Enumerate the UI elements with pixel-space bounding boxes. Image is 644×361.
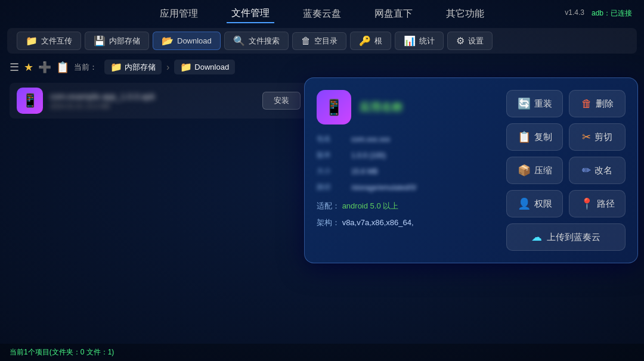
delete-button[interactable]: 🗑 删除	[569, 90, 626, 117]
version-number: v1.4.3	[565, 8, 584, 18]
path-label: 路径	[597, 198, 615, 210]
detail-version-label: 版本	[317, 150, 346, 160]
favorites-icon[interactable]: ★	[24, 61, 33, 74]
action-row-2: 📋 复制 ✂ 剪切	[506, 123, 626, 151]
file-transfer-label: 文件互传	[41, 36, 72, 46]
detail-path-label: 路径	[317, 182, 346, 192]
popup-arch: 架构： v8a,v7a,x86,x86_64,	[317, 217, 497, 228]
perm-icon: 👤	[518, 197, 531, 210]
nav-netdisk[interactable]: 网盘直下	[370, 5, 417, 23]
file-search-label: 文件搜索	[249, 36, 280, 46]
popup-detail-version: 版本 1.0.0 (100)	[317, 150, 497, 160]
trash-icon: 🗑	[301, 36, 311, 46]
popup-app-icon: 📱	[317, 90, 351, 125]
popup-detail-size: 大小 15.6 MB	[317, 166, 497, 176]
cut-label: 剪切	[595, 132, 612, 143]
perm-label: 权限	[534, 198, 552, 210]
compress-button[interactable]: 📦 压缩	[506, 157, 563, 184]
breadcrumb: ☰ ★ ➕ 📋 当前： 📁 内部存储 › 📁 Download	[0, 56, 644, 78]
reinstall-label: 重装	[534, 98, 552, 110]
rename-label: 改名	[595, 165, 612, 176]
download-folder-icon: 📂	[162, 35, 174, 46]
folder-orange-icon: 📁	[110, 61, 122, 73]
popup-compat: 适配： android 5.0 以上	[317, 201, 497, 211]
nav-cloud[interactable]: 蓝奏云盘	[298, 5, 346, 23]
file-meta: 2024-01-01 15.6 MB	[50, 102, 255, 110]
rename-button[interactable]: ✏ 改名	[569, 157, 626, 184]
settings-label: 设置	[468, 36, 484, 46]
toolbar-empty-dir[interactable]: 🗑 空目录	[292, 32, 346, 50]
nav-app-mgmt[interactable]: 应用管理	[155, 5, 203, 23]
compress-label: 压缩	[534, 165, 552, 176]
nav-other[interactable]: 其它功能	[441, 5, 489, 23]
version-info: v1.4.3 adb：已连接	[565, 8, 632, 18]
add-icon[interactable]: ➕	[38, 61, 51, 74]
toolbar-download[interactable]: 📂 Download	[153, 32, 221, 50]
breadcrumb-internal-storage[interactable]: 📁 内部存储	[104, 60, 162, 74]
nav-file-mgmt[interactable]: 文件管理	[227, 5, 274, 23]
toolbar-stats[interactable]: 📊 统计	[395, 32, 444, 50]
toolbar-file-search[interactable]: 🔍 文件搜索	[224, 32, 289, 50]
compress-icon: 📦	[518, 164, 531, 177]
popup-app-header: 📱 应用名称	[317, 90, 497, 125]
cut-button[interactable]: ✂ 剪切	[569, 123, 626, 151]
compat-value: android 5.0 以上	[342, 201, 399, 210]
cut-icon: ✂	[582, 130, 591, 144]
internal-storage-icon: 💾	[94, 35, 106, 46]
delete-icon: 🗑	[581, 98, 592, 110]
popup-app-name: 应用名称	[360, 100, 402, 114]
reinstall-button[interactable]: 🔄 重装	[506, 90, 563, 117]
copy-icon: 📋	[518, 130, 531, 144]
breadcrumb-internal-label: 内部存储	[125, 62, 156, 73]
toolbar-internal-storage[interactable]: 💾 内部存储	[85, 32, 149, 50]
chart-icon: 📊	[404, 35, 416, 46]
arch-label: 架构：	[317, 218, 340, 227]
action-row-4: 👤 权限 📍 路径	[506, 190, 626, 217]
status-bar: 当前1个项目(文件夹：0 文件：1)	[0, 344, 644, 361]
install-button[interactable]: 安装	[262, 92, 301, 110]
cloud-upload-icon: ☁	[531, 231, 542, 244]
toolbar-settings[interactable]: ⚙ 设置	[447, 32, 493, 50]
copy-label: 复制	[534, 132, 552, 143]
table-row[interactable]: 📱 com.example.app_1.0.0.apk 2024-01-01 1…	[10, 83, 308, 119]
popup-detail-package: 包名 com.xxx.xxx	[317, 134, 497, 144]
action-row-3: 📦 压缩 ✏ 改名	[506, 157, 626, 184]
root-icon: 🔑	[359, 35, 371, 46]
upload-label: 上传到蓝奏云	[547, 232, 600, 243]
delete-label: 删除	[596, 98, 614, 110]
list-view-icon[interactable]: ☰	[10, 61, 19, 74]
breadcrumb-download[interactable]: 📁 Download	[174, 60, 235, 74]
toolbar-root[interactable]: 🔑 根	[350, 32, 391, 50]
detail-size-value: 15.6 MB	[351, 167, 378, 176]
search-icon: 🔍	[233, 35, 245, 46]
detail-path-value: /storage/emulated/0/	[351, 183, 416, 192]
breadcrumb-download-label: Download	[194, 63, 229, 71]
arch-value: v8a,v7a,x86,x86_64,	[342, 218, 414, 227]
status-text: 当前1个项目(文件夹：0 文件：1)	[10, 348, 114, 356]
file-app-icon: 📱	[17, 88, 43, 114]
toolbar-file-transfer[interactable]: 📁 文件互传	[17, 32, 81, 50]
reinstall-icon: 🔄	[518, 97, 531, 110]
rename-icon: ✏	[582, 164, 591, 177]
path-button[interactable]: 📍 路径	[569, 190, 626, 217]
popup-detail-path: 路径 /storage/emulated/0/	[317, 182, 497, 192]
connection-status: adb：已连接	[592, 8, 632, 18]
gear-icon: ⚙	[456, 35, 465, 46]
empty-dir-label: 空目录	[314, 36, 338, 46]
popup-app-info: 📱 应用名称 包名 com.xxx.xxx 版本 1.0.0 (100) 大小 …	[317, 90, 497, 251]
permissions-button[interactable]: 👤 权限	[506, 190, 563, 217]
popup-actions: 🔄 重装 🗑 删除 📋 复制 ✂ 剪切 📦 压缩 ✏	[506, 90, 626, 251]
upload-cloud-button[interactable]: ☁ 上传到蓝奏云	[506, 223, 626, 251]
copy-button[interactable]: 📋 复制	[506, 123, 563, 151]
download-label: Download	[177, 36, 212, 45]
detail-version-value: 1.0.0 (100)	[351, 151, 386, 160]
stats-label: 统计	[419, 36, 435, 46]
root-label: 根	[374, 36, 382, 46]
current-label: 当前：	[74, 62, 97, 73]
toolbar: 📁 文件互传 💾 内部存储 📂 Download 🔍 文件搜索 🗑 空目录 🔑 …	[7, 28, 637, 54]
context-menu-popup: 📱 应用名称 包名 com.xxx.xxx 版本 1.0.0 (100) 大小 …	[304, 77, 638, 263]
folder-teal-icon: 📁	[180, 61, 192, 73]
breadcrumb-separator: ›	[166, 62, 169, 73]
clipboard-icon[interactable]: 📋	[56, 61, 69, 74]
action-row-1: 🔄 重装 🗑 删除	[506, 90, 626, 117]
